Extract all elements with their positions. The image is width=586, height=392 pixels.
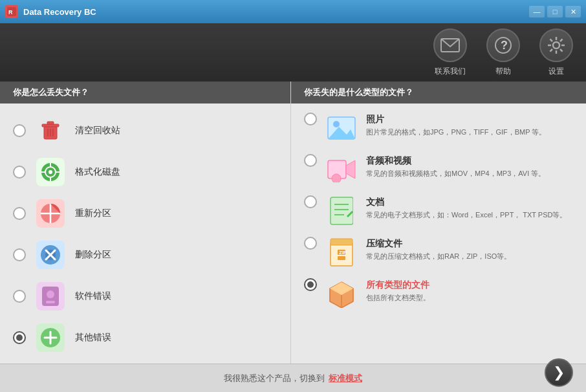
close-button[interactable]: ✕ — [565, 6, 581, 17]
svg-line-12 — [560, 39, 563, 41]
svg-rect-53 — [338, 256, 345, 260]
option-photo[interactable]: 照片 图片常见的格式，如JPG，PNG，TIFF，GIF，BMP 等。 — [291, 107, 586, 149]
option-archive[interactable]: ZIP 压缩文件 常见的压缩文档格式，如RAR，ZIP，ISO等。 — [291, 232, 586, 273]
svg-point-35 — [47, 290, 54, 298]
svg-point-45 — [332, 174, 341, 182]
option-audio-video[interactable]: 音频和视频 常见的音频和视频格式，如MOV，MP4，MP3，AVI 等。 — [291, 149, 586, 190]
recycle-icon — [36, 116, 65, 145]
document-icon — [326, 195, 357, 226]
radio-document — [304, 195, 317, 208]
option-format[interactable]: 格式化磁盘 — [0, 151, 290, 193]
contact-icon — [433, 28, 467, 62]
option-label-other: 其他错误 — [75, 332, 111, 343]
settings-label: 设置 — [548, 66, 564, 77]
bottom-bar: 我很熟悉这个产品，切换到 标准模式 ❯ — [0, 364, 586, 392]
contact-button[interactable]: 联系我们 — [433, 28, 467, 77]
all-types-icon — [326, 278, 357, 309]
radio-repartition — [13, 207, 26, 220]
option-label-software: 软件错误 — [75, 290, 111, 302]
radio-software — [13, 290, 26, 303]
photo-icon — [326, 113, 357, 144]
svg-point-41 — [333, 121, 340, 127]
option-label-recycle: 清空回收站 — [75, 125, 120, 136]
document-text: 文档 常见的电子文档形式，如：Word，Excel，PPT， TXT PSD等。 — [366, 195, 567, 221]
audio-video-desc: 常见的音频和视频格式，如MOV，MP4，MP3，AVI 等。 — [366, 168, 545, 179]
left-options-list: 清空回收站 格式化磁盘 — [0, 103, 290, 365]
radio-photo — [304, 113, 317, 125]
contact-label: 联系我们 — [435, 66, 466, 77]
minimize-button[interactable]: — — [529, 6, 545, 17]
delete-partition-icon — [36, 241, 65, 269]
option-delete-partition[interactable]: 删除分区 — [0, 234, 290, 276]
archive-text: 压缩文件 常见的压缩文档格式，如RAR，ZIP，ISO等。 — [366, 237, 511, 262]
option-recycle[interactable]: 清空回收站 — [0, 110, 290, 151]
option-label-format: 格式化磁盘 — [75, 166, 120, 178]
svg-text:R: R — [8, 9, 13, 16]
radio-recycle — [13, 124, 26, 137]
svg-line-11 — [560, 49, 563, 52]
svg-rect-15 — [42, 124, 59, 127]
svg-line-13 — [550, 49, 552, 52]
settings-button[interactable]: 设置 — [539, 28, 573, 77]
header-toolbar: 联系我们 ? 帮助 — [0, 23, 586, 82]
maximize-button[interactable]: □ — [547, 6, 563, 17]
left-panel-header: 你是怎么丢失文件？ — [0, 82, 290, 103]
radio-format — [13, 166, 26, 179]
right-panel-header: 你丢失的是什么类型的文件？ — [291, 82, 586, 103]
svg-text:?: ? — [501, 39, 508, 52]
app-logo: R — [5, 5, 18, 18]
option-document[interactable]: 文档 常见的电子文档形式，如：Word，Excel，PPT， TXT PSD等。 — [291, 190, 586, 232]
audio-video-title: 音频和视频 — [366, 155, 545, 167]
audio-video-icon — [326, 154, 357, 185]
svg-line-10 — [550, 39, 552, 41]
all-types-text: 所有类型的文件 包括所有文档类型。 — [366, 278, 430, 303]
bottom-text: 我很熟悉这个产品，切换到 — [224, 373, 325, 384]
next-button[interactable]: ❯ — [545, 358, 573, 387]
photo-text: 照片 图片常见的格式，如JPG，PNG，TIFF，GIF，BMP 等。 — [366, 113, 546, 138]
radio-delete-partition — [13, 248, 26, 261]
radio-other — [13, 331, 26, 344]
right-options-list: 照片 图片常见的格式，如JPG，PNG，TIFF，GIF，BMP 等。 音频和视… — [291, 103, 586, 318]
photo-desc: 图片常见的格式，如JPG，PNG，TIFF，GIF，BMP 等。 — [366, 127, 546, 138]
help-button[interactable]: ? 帮助 — [486, 28, 520, 77]
document-desc: 常见的电子文档形式，如：Word，Excel，PPT， TXT PSD等。 — [366, 210, 567, 221]
photo-title: 照片 — [366, 114, 546, 125]
radio-archive — [304, 237, 317, 250]
archive-title: 压缩文件 — [366, 238, 511, 250]
option-label-delete-partition: 删除分区 — [75, 249, 111, 261]
title-bar: R Data Recovery BC — □ ✕ — [0, 0, 586, 23]
option-label-repartition: 重新分区 — [75, 208, 111, 219]
software-icon — [36, 282, 65, 310]
option-other[interactable]: 其他错误 — [0, 317, 290, 358]
all-types-title: 所有类型的文件 — [366, 279, 430, 291]
format-icon — [36, 158, 65, 186]
archive-desc: 常见的压缩文档格式，如RAR，ZIP，ISO等。 — [366, 251, 511, 262]
svg-rect-16 — [47, 122, 54, 124]
svg-rect-46 — [331, 197, 353, 224]
repartition-icon — [36, 199, 65, 228]
right-panel: 你丢失的是什么类型的文件？ 照片 图片常见的格式，如JPG，PNG，TIFF，G… — [291, 82, 586, 364]
radio-all — [304, 278, 317, 291]
radio-audio-video — [304, 154, 317, 167]
option-software[interactable]: 软件错误 — [0, 276, 290, 317]
main-content: 你是怎么丢失文件？ 清空回收站 — [0, 82, 586, 364]
svg-text:ZIP: ZIP — [339, 250, 347, 256]
svg-rect-36 — [46, 301, 55, 303]
svg-marker-44 — [346, 160, 355, 179]
svg-point-22 — [49, 170, 52, 174]
svg-rect-51 — [331, 239, 353, 245]
help-icon: ? — [486, 28, 520, 62]
app-title: Data Recovery BC — [23, 7, 529, 17]
left-panel: 你是怎么丢失文件？ 清空回收站 — [0, 82, 291, 364]
window-controls: — □ ✕ — [529, 6, 581, 17]
document-title: 文档 — [366, 197, 567, 208]
svg-point-5 — [553, 42, 559, 49]
standard-mode-link[interactable]: 标准模式 — [329, 373, 362, 384]
option-repartition[interactable]: 重新分区 — [0, 193, 290, 234]
other-icon — [36, 323, 65, 352]
settings-icon — [539, 28, 573, 62]
help-label: 帮助 — [495, 66, 511, 77]
all-types-desc: 包括所有文档类型。 — [366, 292, 430, 303]
option-all[interactable]: 所有类型的文件 包括所有文档类型。 — [291, 273, 586, 314]
audio-video-text: 音频和视频 常见的音频和视频格式，如MOV，MP4，MP3，AVI 等。 — [366, 154, 545, 179]
